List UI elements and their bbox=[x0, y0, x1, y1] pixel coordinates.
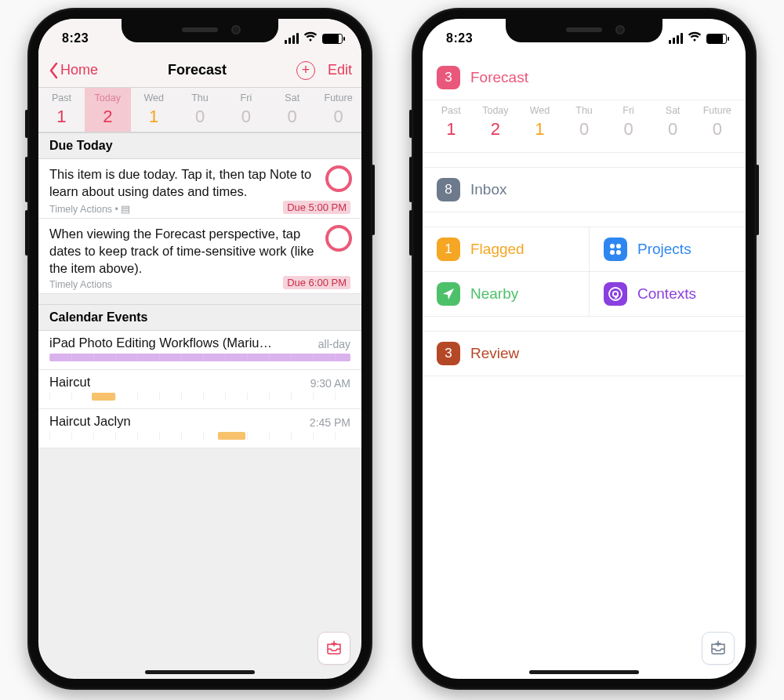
section-due-today: Due Today bbox=[38, 132, 361, 159]
svg-point-3 bbox=[616, 250, 621, 255]
forecast-badge: 3 bbox=[437, 66, 460, 89]
calendar-event[interactable]: Haircut Jaclyn2:45 PM bbox=[38, 409, 361, 448]
battery-icon bbox=[322, 34, 343, 44]
day-future[interactable]: Future0 bbox=[695, 100, 739, 144]
projects-label: Projects bbox=[637, 241, 691, 258]
new-inbox-button[interactable] bbox=[702, 632, 735, 665]
day-past[interactable]: Past1 bbox=[429, 100, 474, 144]
day-fri[interactable]: Fri0 bbox=[606, 100, 651, 144]
day-future[interactable]: Future0 bbox=[315, 88, 361, 132]
perspective-nearby[interactable]: Nearby bbox=[423, 272, 579, 316]
due-badge: Due 5:00 PM bbox=[283, 201, 350, 214]
due-badge: Due 6:00 PM bbox=[283, 276, 350, 289]
forecast-day-strip-compact: Past1Today2Wed1Thu0Fri0Sat0Future0 bbox=[423, 100, 746, 153]
battery-icon bbox=[706, 34, 727, 44]
wifi-icon bbox=[688, 31, 702, 45]
notch bbox=[122, 19, 278, 42]
task-item[interactable]: This item is due today. Tap it, then tap… bbox=[38, 159, 361, 219]
perspective-review[interactable]: 3 Review bbox=[423, 331, 746, 376]
perspective-forecast[interactable]: 3 Forecast bbox=[423, 56, 746, 100]
back-label: Home bbox=[60, 62, 98, 78]
status-icons bbox=[667, 31, 728, 45]
mute-switch[interactable] bbox=[25, 110, 28, 138]
day-today[interactable]: Today2 bbox=[85, 88, 131, 132]
status-time: 8:23 bbox=[440, 31, 473, 45]
svg-point-0 bbox=[610, 244, 615, 248]
volume-down-button[interactable] bbox=[25, 210, 28, 256]
review-label: Review bbox=[470, 345, 519, 362]
perspective-contexts[interactable]: Contexts bbox=[589, 272, 746, 316]
day-today[interactable]: Today2 bbox=[474, 100, 518, 144]
calendar-event[interactable]: iPad Photo Editing Workflows (Mariu…all-… bbox=[38, 331, 361, 370]
task-circle-icon[interactable] bbox=[325, 165, 352, 192]
inbox-plus-icon bbox=[709, 639, 728, 658]
svg-point-2 bbox=[610, 250, 615, 255]
day-past[interactable]: Past1 bbox=[38, 88, 85, 132]
home-indicator[interactable] bbox=[145, 670, 255, 674]
perspective-list: 3 Forecast Past1Today2Wed1Thu0Fri0Sat0Fu… bbox=[423, 53, 746, 376]
svg-point-1 bbox=[616, 244, 621, 248]
signal-icon bbox=[667, 33, 683, 44]
day-thu[interactable]: Thu0 bbox=[177, 88, 223, 132]
volume-down-button[interactable] bbox=[409, 210, 412, 256]
day-sat[interactable]: Sat0 bbox=[269, 88, 315, 132]
nav-title: Forecast bbox=[168, 62, 227, 78]
day-wed[interactable]: Wed1 bbox=[517, 100, 562, 144]
screen-right: 8:23 3 Forecast Past1Today2Wed1Thu0Fri0S… bbox=[423, 19, 746, 679]
task-list: This item is due today. Tap it, then tap… bbox=[38, 159, 361, 294]
projects-icon bbox=[604, 238, 627, 261]
volume-up-button[interactable] bbox=[25, 157, 28, 202]
contexts-icon bbox=[604, 282, 627, 306]
phone-right: 8:23 3 Forecast Past1Today2Wed1Thu0Fri0S… bbox=[412, 8, 757, 690]
back-button[interactable]: Home bbox=[48, 62, 98, 79]
status-time: 8:23 bbox=[56, 31, 89, 45]
home-indicator[interactable] bbox=[529, 670, 639, 674]
calendar-list: iPad Photo Editing Workflows (Mariu…all-… bbox=[38, 331, 361, 448]
forecast-label: Forecast bbox=[470, 69, 528, 86]
day-fri[interactable]: Fri0 bbox=[223, 88, 269, 132]
nearby-icon bbox=[437, 282, 460, 306]
new-inbox-button[interactable] bbox=[318, 632, 350, 665]
chevron-left-icon bbox=[48, 62, 59, 79]
review-badge: 3 bbox=[437, 342, 460, 365]
side-button[interactable] bbox=[372, 165, 375, 235]
perspective-projects[interactable]: Projects bbox=[589, 227, 746, 271]
mute-switch[interactable] bbox=[409, 110, 412, 138]
volume-up-button[interactable] bbox=[409, 157, 412, 202]
notch bbox=[506, 19, 662, 42]
nav-bar: Home Forecast Edit bbox=[38, 53, 361, 88]
task-circle-icon[interactable] bbox=[325, 225, 352, 252]
task-item[interactable]: When viewing the Forecast perspective, t… bbox=[38, 219, 361, 295]
forecast-day-strip: Past1Today2Wed1Thu0Fri0Sat0Future0 bbox=[38, 88, 361, 132]
edit-button[interactable]: Edit bbox=[328, 62, 352, 78]
inbox-badge: 8 bbox=[437, 178, 460, 201]
section-calendar: Calendar Events bbox=[38, 305, 361, 331]
status-icons bbox=[283, 31, 344, 45]
side-button[interactable] bbox=[756, 165, 759, 235]
phone-left: 8:23 Home Forecast Edit Past1Today2Wed1T… bbox=[27, 8, 372, 690]
day-thu[interactable]: Thu0 bbox=[562, 100, 607, 144]
screen-left: 8:23 Home Forecast Edit Past1Today2Wed1T… bbox=[38, 19, 361, 679]
inbox-label: Inbox bbox=[470, 181, 506, 198]
day-wed[interactable]: Wed1 bbox=[131, 88, 177, 132]
perspective-inbox[interactable]: 8 Inbox bbox=[423, 167, 746, 212]
contexts-label: Contexts bbox=[637, 285, 696, 303]
day-sat[interactable]: Sat0 bbox=[651, 100, 695, 144]
flagged-badge: 1 bbox=[437, 238, 460, 261]
signal-icon bbox=[283, 33, 299, 44]
wifi-icon bbox=[303, 31, 318, 45]
calendar-event[interactable]: Haircut9:30 AM bbox=[38, 370, 361, 409]
add-button[interactable] bbox=[296, 61, 315, 80]
flagged-label: Flagged bbox=[470, 241, 524, 258]
inbox-plus-icon bbox=[325, 639, 343, 658]
perspective-flagged[interactable]: 1 Flagged bbox=[423, 227, 579, 271]
nearby-label: Nearby bbox=[470, 285, 518, 303]
